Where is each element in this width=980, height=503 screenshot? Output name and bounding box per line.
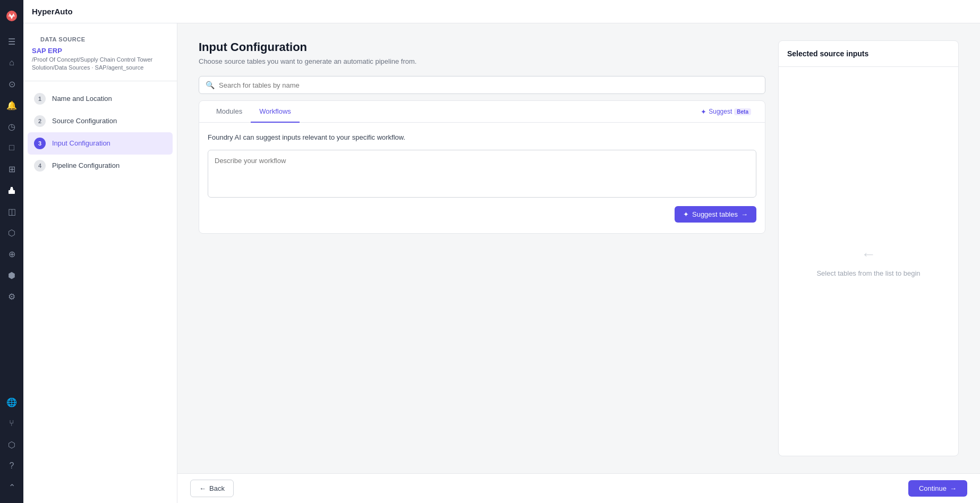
back-label: Back [209, 484, 225, 492]
nav-search[interactable]: ⊙ [2, 74, 21, 93]
nav-database[interactable]: ⬡ [2, 223, 21, 242]
step-number-1: 1 [34, 93, 46, 105]
nav-folder[interactable]: □ [2, 138, 21, 157]
beta-badge: Beta [734, 108, 751, 115]
tab-modules[interactable]: Modules [208, 101, 251, 123]
nav-hamburger[interactable]: ☰ [2, 32, 21, 51]
workflow-textarea[interactable] [208, 150, 756, 198]
nav-magnify[interactable]: ⊕ [2, 244, 21, 263]
continue-arrow-icon: → [950, 484, 957, 492]
step-item-1[interactable]: 1 Name and Location [28, 88, 173, 110]
footer-bar: ← Back Continue → [177, 473, 980, 503]
selected-inputs-box: Selected source inputs ← Select tables f… [778, 40, 959, 456]
nav-box[interactable]: ⬢ [2, 266, 21, 285]
step-item-2[interactable]: 2 Source Configuration [28, 110, 173, 132]
nav-bell[interactable]: 🔔 [2, 96, 21, 115]
page-subtitle: Choose source tables you want to generat… [199, 57, 765, 65]
main-layout: Data Source SAP ERP /Proof Of Concept/Su… [23, 23, 980, 503]
svg-rect-1 [8, 190, 15, 194]
arrow-right-icon: → [741, 210, 748, 218]
content-body: Input Configuration Choose source tables… [177, 23, 980, 473]
tabs-header: Modules Workflows ✦ Suggest Beta [199, 101, 765, 123]
app-header: HyperAuto [23, 0, 980, 23]
step-item-3[interactable]: 3 Input Configuration [28, 132, 173, 155]
continue-button[interactable]: Continue → [908, 480, 967, 497]
search-bar: 🔍 [199, 76, 765, 94]
datasource-name: SAP ERP [32, 47, 168, 55]
logo-icon[interactable] [2, 6, 21, 25]
nav-home[interactable]: ⌂ [2, 53, 21, 72]
empty-text: Select tables from the list to begin [816, 269, 920, 277]
svg-rect-3 [11, 187, 13, 189]
tabs-panel: Modules Workflows ✦ Suggest Beta Foundry… [199, 100, 765, 234]
step-number-2: 2 [34, 115, 46, 127]
back-button[interactable]: ← Back [190, 480, 234, 497]
datasource-path: /Proof Of Concept/Supply Chain Control T… [32, 56, 168, 72]
nav-branch[interactable]: ⑂ [2, 414, 21, 433]
page-title: Input Configuration [199, 40, 765, 54]
nav-globe[interactable]: 🌐 [2, 393, 21, 412]
ai-hint-text: Foundry AI can suggest inputs relevant t… [208, 133, 756, 141]
tabs-content: Foundry AI can suggest inputs relevant t… [199, 123, 765, 233]
step-item-4[interactable]: 4 Pipeline Configuration [28, 155, 173, 177]
nav-cart[interactable] [2, 181, 21, 200]
selected-inputs-header: Selected source inputs [779, 41, 958, 67]
datasource-info: Data Source SAP ERP /Proof Of Concept/Su… [23, 32, 177, 81]
suggest-tables-button[interactable]: ✦ Suggest tables → [675, 206, 756, 223]
suggest-tab-label: Suggest [709, 108, 732, 115]
right-panel: Selected source inputs ← Select tables f… [778, 40, 959, 456]
sidebar: Data Source SAP ERP /Proof Of Concept/Su… [23, 23, 177, 503]
suggest-icon: ✦ [683, 210, 689, 218]
nav-chevron-up[interactable]: ⌃ [2, 478, 21, 497]
suggest-tables-row: ✦ Suggest tables → [208, 206, 756, 223]
step-label-4: Pipeline Configuration [52, 161, 120, 169]
icon-nav: ☰ ⌂ ⊙ 🔔 ◷ □ ⊞ ◫ ⬡ ⊕ ⬢ ⚙ 🌐 ⑂ ⬡ ? ⌃ [0, 0, 23, 503]
nav-layers[interactable]: ◫ [2, 202, 21, 221]
nav-tool[interactable]: ⚙ [2, 287, 21, 306]
sidebar-section-label: Data Source [32, 36, 168, 47]
search-input[interactable] [219, 81, 759, 89]
search-icon: 🔍 [206, 81, 215, 89]
selected-inputs-empty: ← Select tables from the list to begin [779, 67, 958, 456]
nav-puzzle[interactable]: ⬡ [2, 435, 21, 454]
step-list: 1 Name and Location 2 Source Configurati… [23, 88, 177, 177]
nav-clock[interactable]: ◷ [2, 117, 21, 136]
arrow-left-icon: ← [861, 246, 876, 263]
main-panel: Input Configuration Choose source tables… [199, 40, 765, 456]
step-number-4: 4 [34, 160, 46, 172]
continue-label: Continue [919, 484, 947, 492]
step-number-3: 3 [34, 138, 46, 149]
step-label-3: Input Configuration [52, 139, 110, 147]
back-arrow-icon: ← [199, 484, 206, 492]
svg-rect-2 [10, 189, 13, 191]
step-label-1: Name and Location [52, 95, 112, 103]
suggest-tables-label: Suggest tables [692, 210, 738, 218]
tab-workflows[interactable]: Workflows [251, 101, 300, 123]
nav-question[interactable]: ? [2, 456, 21, 475]
suggest-tab-button[interactable]: ✦ Suggest Beta [695, 105, 756, 119]
app-brand: HyperAuto [32, 7, 73, 16]
nav-grid[interactable]: ⊞ [2, 159, 21, 178]
step-label-2: Source Configuration [52, 117, 117, 125]
